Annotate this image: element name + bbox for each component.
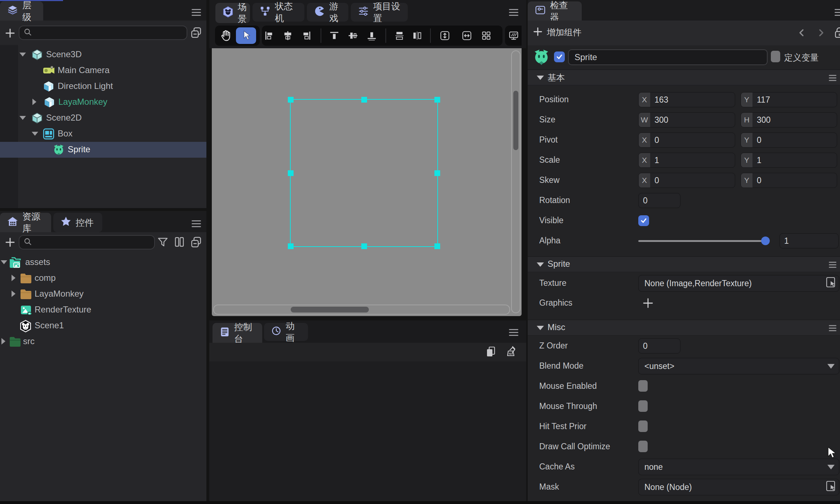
tab-animation[interactable]: 动画: [264, 323, 308, 341]
scale-x-field[interactable]: X1: [638, 153, 735, 168]
tree-item-box[interactable]: Box: [0, 126, 206, 142]
visible-checkbox[interactable]: [638, 215, 649, 226]
section-menu-icon[interactable]: [829, 73, 836, 82]
align-center-icon[interactable]: [282, 30, 293, 42]
resize-handle-s[interactable]: [361, 243, 367, 249]
tree-item-layamonkey-folder[interactable]: LayaMonkey: [0, 286, 206, 302]
hit-test-prior-checkbox[interactable]: [638, 420, 648, 432]
tab-assets-library[interactable]: 资源库: [0, 213, 51, 232]
position-x-field[interactable]: X163: [638, 92, 735, 107]
align-bottom-icon[interactable]: [366, 30, 377, 42]
distribute-vertical-icon[interactable]: [394, 30, 405, 42]
distribute-horizontal-icon[interactable]: [412, 30, 423, 42]
filter-icon[interactable]: [157, 236, 169, 249]
scene-canvas[interactable]: [212, 48, 522, 316]
duplicate-icon[interactable]: [190, 236, 202, 250]
wireframe-display-icon[interactable]: [508, 30, 519, 42]
object-enabled-checkbox[interactable]: [554, 51, 565, 62]
history-back-icon[interactable]: [796, 27, 808, 40]
tree-item-assets[interactable]: assets: [0, 255, 206, 270]
size-h-field[interactable]: H300: [741, 112, 837, 127]
draw-call-optimize-checkbox[interactable]: [638, 441, 648, 452]
size-w-field[interactable]: W300: [638, 112, 735, 127]
resize-handle-se[interactable]: [434, 243, 440, 249]
skew-y-field[interactable]: Y0: [741, 173, 837, 188]
vertical-scrollbar-thumb[interactable]: [513, 91, 518, 150]
tab-inspector[interactable]: 检查器: [528, 1, 582, 21]
tree-item-scene3d[interactable]: Scene3D: [0, 47, 206, 63]
skew-x-field[interactable]: X0: [638, 173, 735, 188]
duplicate-icon[interactable]: [190, 27, 202, 40]
alpha-slider-track[interactable]: [638, 240, 769, 242]
align-middle-icon[interactable]: [348, 30, 358, 42]
inspector-menu-icon[interactable]: [835, 7, 840, 18]
tree-item-scene2d[interactable]: Scene2D: [0, 110, 206, 126]
chevron-down-icon[interactable]: [19, 116, 26, 120]
history-forward-icon[interactable]: [815, 27, 827, 40]
section-sprite-header[interactable]: Sprite: [528, 256, 840, 272]
chevron-down-icon[interactable]: [1, 260, 7, 264]
add-component-button[interactable]: 增加组件: [532, 26, 581, 39]
add-graphics-button[interactable]: [642, 297, 654, 310]
console-menu-icon[interactable]: [509, 327, 518, 338]
tree-item-scene1[interactable]: Scene1: [0, 318, 206, 334]
console-output[interactable]: [209, 361, 526, 501]
tree-item-sprite[interactable]: Sprite: [0, 142, 206, 158]
tab-game[interactable]: 游戏: [307, 3, 348, 22]
mouse-through-checkbox[interactable]: [638, 400, 648, 412]
tree-item-comp[interactable]: comp: [0, 270, 206, 286]
chevron-right-icon[interactable]: [12, 291, 15, 297]
rotation-field[interactable]: 0: [638, 193, 680, 208]
resize-handle-nw[interactable]: [288, 97, 294, 103]
tab-hierarchy[interactable]: 层级: [0, 1, 43, 21]
chevron-right-icon[interactable]: [1, 338, 5, 345]
horizontal-scrollbar[interactable]: [213, 305, 510, 315]
hand-tool-icon[interactable]: [219, 30, 232, 43]
horizontal-scrollbar-thumb[interactable]: [291, 307, 369, 312]
texture-field[interactable]: None (Image,RenderTexture): [638, 275, 839, 292]
tree-item-rendertexture[interactable]: RenderTexture: [0, 302, 206, 318]
tree-item-direction-light[interactable]: Direction Light: [0, 78, 206, 94]
hierarchy-menu-icon[interactable]: [192, 7, 201, 18]
chevron-right-icon[interactable]: [32, 99, 36, 105]
section-basic-header[interactable]: 基本: [528, 69, 840, 85]
tab-widgets[interactable]: 控件: [53, 213, 102, 232]
tab-project-settings[interactable]: 项目设置: [351, 3, 408, 22]
resize-handle-n[interactable]: [361, 97, 367, 103]
position-y-field[interactable]: Y117: [741, 92, 837, 107]
chevron-down-icon[interactable]: [19, 53, 26, 57]
selection-rect[interactable]: [290, 99, 438, 247]
tab-console[interactable]: 控制台: [213, 323, 262, 343]
columns-view-icon[interactable]: [174, 236, 185, 249]
pivot-x-field[interactable]: X0: [638, 132, 735, 148]
define-var-checkbox[interactable]: [771, 51, 780, 62]
tree-item-main-camera[interactable]: Main Camera: [0, 63, 206, 78]
alpha-slider-thumb[interactable]: [761, 237, 770, 245]
collapse-triangle-icon[interactable]: [537, 262, 544, 267]
assets-menu-icon[interactable]: [192, 219, 201, 229]
align-right-icon[interactable]: [301, 30, 312, 42]
stretch-width-icon[interactable]: [461, 30, 472, 42]
chevron-right-icon[interactable]: [12, 275, 15, 281]
collapse-triangle-icon[interactable]: [537, 326, 544, 330]
section-misc-header[interactable]: Misc: [528, 320, 840, 336]
resize-handle-w[interactable]: [288, 170, 294, 176]
section-menu-icon[interactable]: [829, 324, 836, 333]
resize-handle-ne[interactable]: [434, 97, 440, 103]
mouse-enabled-checkbox[interactable]: [638, 380, 648, 392]
stretch-height-icon[interactable]: [439, 30, 450, 42]
vertical-scrollbar[interactable]: [511, 50, 520, 313]
section-menu-icon[interactable]: [829, 260, 836, 269]
object-name-input[interactable]: Sprite: [568, 49, 768, 65]
tree-item-layamonkey[interactable]: LayaMonkey: [0, 94, 206, 110]
z-order-field[interactable]: 0: [638, 338, 680, 354]
chevron-down-icon[interactable]: [32, 132, 38, 136]
pivot-y-field[interactable]: Y0: [741, 132, 837, 148]
align-top-icon[interactable]: [329, 30, 340, 42]
object-picker-icon[interactable]: [826, 481, 836, 494]
align-left-icon[interactable]: [264, 30, 274, 42]
mask-field[interactable]: None (Node): [638, 479, 839, 495]
hierarchy-search-input[interactable]: [19, 26, 187, 40]
resize-handle-e[interactable]: [434, 170, 440, 176]
clear-console-icon[interactable]: [505, 346, 517, 360]
